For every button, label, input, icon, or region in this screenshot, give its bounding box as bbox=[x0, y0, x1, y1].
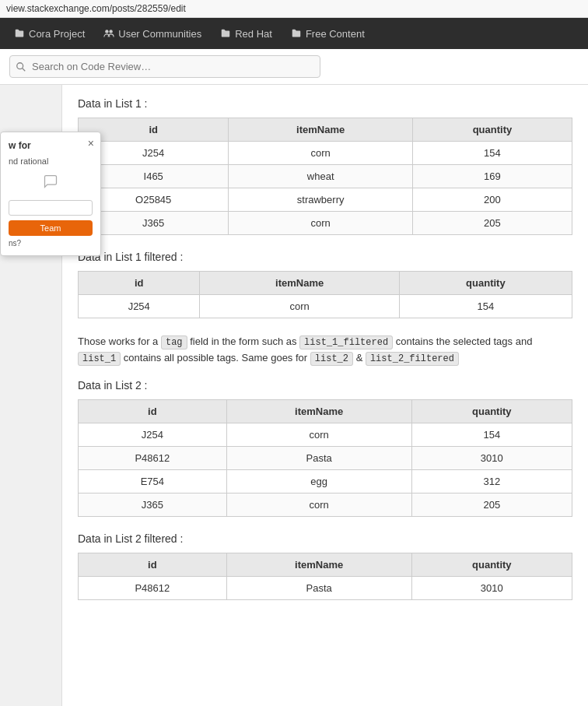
svg-point-1 bbox=[110, 30, 113, 33]
list1-filtered-table: id itemName quantity J254corn154 bbox=[78, 271, 572, 318]
list1f-col-itemname: itemName bbox=[200, 272, 399, 295]
table-cell: corn bbox=[229, 142, 413, 165]
list2-col-id: id bbox=[79, 400, 227, 423]
table-row: P48612Pasta3010 bbox=[79, 447, 572, 470]
folder-icon-2 bbox=[220, 28, 231, 39]
para-code-list2filtered: list_2_filtered bbox=[366, 352, 459, 366]
popup-close-button[interactable]: × bbox=[88, 137, 94, 149]
list1-col-itemname: itemName bbox=[229, 118, 413, 142]
list2-filtered-table: id itemName quantity P48612Pasta3010 bbox=[78, 553, 572, 600]
list2f-col-itemname: itemName bbox=[226, 553, 411, 577]
popup-input[interactable] bbox=[9, 200, 93, 216]
para-text-4: contains all possible tags. Same goes fo… bbox=[124, 352, 307, 364]
table-cell: Pasta bbox=[226, 577, 411, 600]
list1-table: id itemName quantity J254corn154I465whea… bbox=[78, 118, 572, 235]
table-cell: wheat bbox=[229, 165, 413, 188]
search-input[interactable] bbox=[9, 55, 320, 78]
nav-project-label: Cora Project bbox=[29, 28, 85, 40]
team-button[interactable]: Team bbox=[9, 220, 93, 236]
list2f-col-id: id bbox=[79, 553, 227, 577]
chat-icon bbox=[43, 174, 58, 189]
table-cell: 312 bbox=[411, 470, 572, 493]
nav-item-freecontent[interactable]: Free Content bbox=[283, 23, 373, 44]
table-cell: corn bbox=[226, 493, 411, 517]
svg-point-0 bbox=[105, 30, 108, 33]
table-row: J254corn154 bbox=[79, 295, 572, 318]
search-icon-wrapper bbox=[9, 55, 320, 78]
table-cell: J254 bbox=[79, 423, 227, 447]
article-content: Data in List 1 : id itemName quantity J2… bbox=[62, 85, 588, 706]
list2-col-itemname: itemName bbox=[226, 400, 411, 423]
table-row: J254corn154 bbox=[79, 423, 572, 447]
table-cell: corn bbox=[229, 212, 413, 235]
table-cell: P48612 bbox=[79, 577, 227, 600]
table-cell: E754 bbox=[79, 470, 227, 493]
url-bar: view.stackexchange.com/posts/282559/edit bbox=[0, 0, 588, 18]
table-row: E754egg312 bbox=[79, 470, 572, 493]
table-cell: 200 bbox=[412, 188, 572, 212]
table-cell: Pasta bbox=[226, 447, 411, 470]
search-icon bbox=[16, 61, 26, 72]
search-bar bbox=[0, 49, 588, 85]
table-cell: 154 bbox=[411, 423, 572, 447]
table-row: I465wheat169 bbox=[79, 165, 572, 188]
list2-table: id itemName quantity J254corn154P48612Pa… bbox=[78, 399, 572, 517]
folder-icon bbox=[14, 28, 25, 39]
para-text-2: field in the form such as bbox=[190, 335, 296, 347]
folder-icon-3 bbox=[291, 28, 302, 39]
main-content: × w for nd rational Team ns? Data in Lis… bbox=[0, 85, 588, 706]
table-cell: J365 bbox=[79, 493, 227, 517]
para-code-list2: list_2 bbox=[310, 352, 353, 366]
table-row: P48612Pasta3010 bbox=[79, 577, 572, 600]
table-row: O25845strawberry200 bbox=[79, 188, 572, 212]
table-row: J365corn205 bbox=[79, 212, 572, 235]
svg-line-3 bbox=[23, 68, 26, 71]
nav-freecontent-label: Free Content bbox=[306, 28, 365, 40]
list2-filtered-title: Data in List 2 filtered : bbox=[78, 532, 572, 545]
list1f-col-quantity: quantity bbox=[399, 272, 572, 295]
para-text-1: Those works for a bbox=[78, 335, 158, 347]
para-code-list1: list_1 bbox=[78, 352, 121, 366]
table-cell: 3010 bbox=[411, 577, 572, 600]
people-icon bbox=[103, 28, 114, 39]
table-cell: 205 bbox=[412, 212, 572, 235]
url-text: view.stackexchange.com/posts/282559/edit bbox=[6, 3, 186, 14]
table-cell: 154 bbox=[399, 295, 572, 318]
para-text-5: & bbox=[356, 352, 363, 364]
para-code-list1filtered: list_1_filtered bbox=[299, 335, 393, 349]
popup-body: nd rational bbox=[9, 156, 93, 167]
popup-title: w for bbox=[9, 140, 93, 151]
table-cell: 3010 bbox=[411, 447, 572, 470]
table-row: J254corn154 bbox=[79, 142, 572, 165]
para-code-tag: tag bbox=[161, 335, 187, 349]
table-cell: egg bbox=[226, 470, 411, 493]
list1-col-quantity: quantity bbox=[412, 118, 572, 142]
table-cell: 205 bbox=[411, 493, 572, 517]
nav-item-communities[interactable]: User Communities bbox=[96, 23, 209, 44]
list1f-col-id: id bbox=[79, 272, 200, 295]
table-cell: P48612 bbox=[79, 447, 227, 470]
para-text-3: contains the selected tags and bbox=[396, 335, 533, 347]
table-cell: 169 bbox=[412, 165, 572, 188]
svg-point-2 bbox=[17, 62, 23, 68]
list1-filtered-title: Data in List 1 filtered : bbox=[78, 251, 572, 263]
table-cell: corn bbox=[226, 423, 411, 447]
nav-item-project[interactable]: Cora Project bbox=[6, 23, 93, 44]
list1-title: Data in List 1 : bbox=[78, 97, 572, 110]
table-cell: 154 bbox=[412, 142, 572, 165]
popup-question: ns? bbox=[9, 239, 93, 248]
popup: × w for nd rational Team ns? bbox=[0, 132, 101, 256]
description-paragraph: Those works for a tag field in the form … bbox=[78, 334, 572, 367]
sidebar: × w for nd rational Team ns? bbox=[0, 85, 62, 706]
table-cell: strawberry bbox=[229, 188, 413, 212]
table-cell: J254 bbox=[79, 295, 200, 318]
nav-communities-label: User Communities bbox=[118, 28, 201, 40]
nav-item-redhat[interactable]: Red Hat bbox=[212, 23, 280, 44]
list2-col-quantity: quantity bbox=[411, 400, 572, 423]
table-row: J365corn205 bbox=[79, 493, 572, 517]
nav-redhat-label: Red Hat bbox=[235, 28, 272, 40]
table-cell: corn bbox=[200, 295, 399, 318]
list2-title: Data in List 2 : bbox=[78, 379, 572, 392]
list2f-col-quantity: quantity bbox=[411, 553, 572, 577]
nav-bar: Cora Project User Communities Red Hat Fr… bbox=[0, 18, 588, 49]
